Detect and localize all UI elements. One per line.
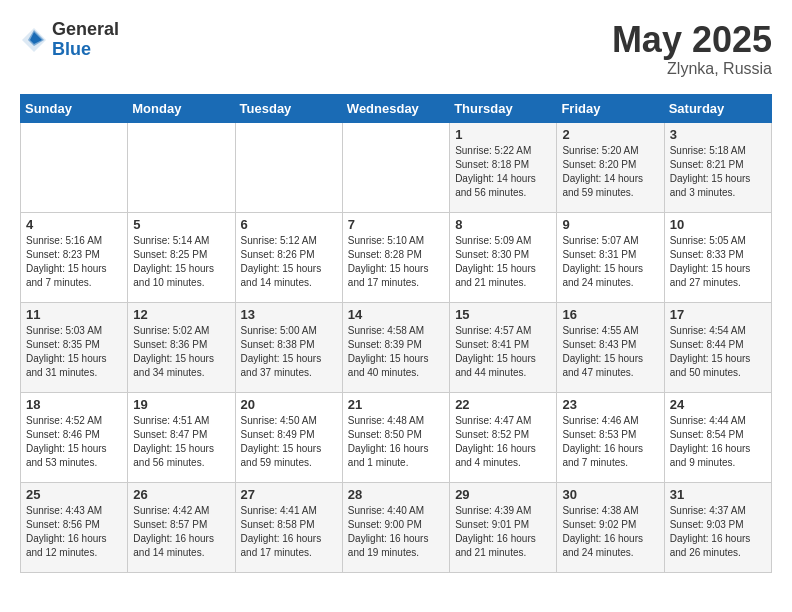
logo: General Blue xyxy=(20,20,119,60)
calendar-cell: 3Sunrise: 5:18 AM Sunset: 8:21 PM Daylig… xyxy=(664,122,771,212)
day-number: 2 xyxy=(562,127,658,142)
calendar-cell: 12Sunrise: 5:02 AM Sunset: 8:36 PM Dayli… xyxy=(128,302,235,392)
day-number: 22 xyxy=(455,397,551,412)
day-info: Sunrise: 5:07 AM Sunset: 8:31 PM Dayligh… xyxy=(562,234,658,290)
logo-icon xyxy=(20,26,48,54)
col-header-wednesday: Wednesday xyxy=(342,94,449,122)
day-number: 30 xyxy=(562,487,658,502)
day-number: 3 xyxy=(670,127,766,142)
calendar-cell xyxy=(21,122,128,212)
day-number: 28 xyxy=(348,487,444,502)
calendar-cell: 18Sunrise: 4:52 AM Sunset: 8:46 PM Dayli… xyxy=(21,392,128,482)
day-number: 8 xyxy=(455,217,551,232)
day-info: Sunrise: 4:46 AM Sunset: 8:53 PM Dayligh… xyxy=(562,414,658,470)
day-number: 29 xyxy=(455,487,551,502)
week-row-2: 4Sunrise: 5:16 AM Sunset: 8:23 PM Daylig… xyxy=(21,212,772,302)
day-info: Sunrise: 4:58 AM Sunset: 8:39 PM Dayligh… xyxy=(348,324,444,380)
day-number: 26 xyxy=(133,487,229,502)
col-header-monday: Monday xyxy=(128,94,235,122)
calendar-cell: 20Sunrise: 4:50 AM Sunset: 8:49 PM Dayli… xyxy=(235,392,342,482)
calendar-cell: 6Sunrise: 5:12 AM Sunset: 8:26 PM Daylig… xyxy=(235,212,342,302)
calendar-cell: 23Sunrise: 4:46 AM Sunset: 8:53 PM Dayli… xyxy=(557,392,664,482)
day-number: 31 xyxy=(670,487,766,502)
day-info: Sunrise: 4:50 AM Sunset: 8:49 PM Dayligh… xyxy=(241,414,337,470)
day-number: 1 xyxy=(455,127,551,142)
calendar-cell: 22Sunrise: 4:47 AM Sunset: 8:52 PM Dayli… xyxy=(450,392,557,482)
week-row-5: 25Sunrise: 4:43 AM Sunset: 8:56 PM Dayli… xyxy=(21,482,772,572)
day-info: Sunrise: 5:16 AM Sunset: 8:23 PM Dayligh… xyxy=(26,234,122,290)
day-number: 14 xyxy=(348,307,444,322)
day-number: 23 xyxy=(562,397,658,412)
day-info: Sunrise: 4:57 AM Sunset: 8:41 PM Dayligh… xyxy=(455,324,551,380)
page-header: General Blue May 2025 Zlynka, Russia xyxy=(20,20,772,78)
calendar-cell: 7Sunrise: 5:10 AM Sunset: 8:28 PM Daylig… xyxy=(342,212,449,302)
col-header-sunday: Sunday xyxy=(21,94,128,122)
day-info: Sunrise: 4:42 AM Sunset: 8:57 PM Dayligh… xyxy=(133,504,229,560)
calendar-cell: 4Sunrise: 5:16 AM Sunset: 8:23 PM Daylig… xyxy=(21,212,128,302)
day-info: Sunrise: 4:41 AM Sunset: 8:58 PM Dayligh… xyxy=(241,504,337,560)
calendar-cell: 16Sunrise: 4:55 AM Sunset: 8:43 PM Dayli… xyxy=(557,302,664,392)
day-info: Sunrise: 5:18 AM Sunset: 8:21 PM Dayligh… xyxy=(670,144,766,200)
day-number: 4 xyxy=(26,217,122,232)
day-info: Sunrise: 5:22 AM Sunset: 8:18 PM Dayligh… xyxy=(455,144,551,200)
week-row-3: 11Sunrise: 5:03 AM Sunset: 8:35 PM Dayli… xyxy=(21,302,772,392)
calendar-cell: 8Sunrise: 5:09 AM Sunset: 8:30 PM Daylig… xyxy=(450,212,557,302)
calendar-cell: 25Sunrise: 4:43 AM Sunset: 8:56 PM Dayli… xyxy=(21,482,128,572)
day-number: 17 xyxy=(670,307,766,322)
calendar-cell: 1Sunrise: 5:22 AM Sunset: 8:18 PM Daylig… xyxy=(450,122,557,212)
calendar-cell: 19Sunrise: 4:51 AM Sunset: 8:47 PM Dayli… xyxy=(128,392,235,482)
day-info: Sunrise: 5:14 AM Sunset: 8:25 PM Dayligh… xyxy=(133,234,229,290)
day-info: Sunrise: 4:43 AM Sunset: 8:56 PM Dayligh… xyxy=(26,504,122,560)
day-number: 12 xyxy=(133,307,229,322)
day-number: 15 xyxy=(455,307,551,322)
calendar-table: SundayMondayTuesdayWednesdayThursdayFrid… xyxy=(20,94,772,573)
day-info: Sunrise: 5:12 AM Sunset: 8:26 PM Dayligh… xyxy=(241,234,337,290)
logo-general: General xyxy=(52,20,119,40)
day-number: 16 xyxy=(562,307,658,322)
calendar-cell: 14Sunrise: 4:58 AM Sunset: 8:39 PM Dayli… xyxy=(342,302,449,392)
day-number: 18 xyxy=(26,397,122,412)
calendar-cell: 31Sunrise: 4:37 AM Sunset: 9:03 PM Dayli… xyxy=(664,482,771,572)
day-number: 27 xyxy=(241,487,337,502)
day-info: Sunrise: 5:00 AM Sunset: 8:38 PM Dayligh… xyxy=(241,324,337,380)
day-info: Sunrise: 4:52 AM Sunset: 8:46 PM Dayligh… xyxy=(26,414,122,470)
calendar-cell: 15Sunrise: 4:57 AM Sunset: 8:41 PM Dayli… xyxy=(450,302,557,392)
col-header-friday: Friday xyxy=(557,94,664,122)
day-number: 6 xyxy=(241,217,337,232)
logo-blue: Blue xyxy=(52,40,119,60)
calendar-cell: 26Sunrise: 4:42 AM Sunset: 8:57 PM Dayli… xyxy=(128,482,235,572)
day-number: 5 xyxy=(133,217,229,232)
month-title: May 2025 xyxy=(612,20,772,60)
day-info: Sunrise: 4:47 AM Sunset: 8:52 PM Dayligh… xyxy=(455,414,551,470)
day-info: Sunrise: 5:05 AM Sunset: 8:33 PM Dayligh… xyxy=(670,234,766,290)
day-number: 19 xyxy=(133,397,229,412)
calendar-cell: 5Sunrise: 5:14 AM Sunset: 8:25 PM Daylig… xyxy=(128,212,235,302)
day-info: Sunrise: 4:37 AM Sunset: 9:03 PM Dayligh… xyxy=(670,504,766,560)
calendar-cell: 9Sunrise: 5:07 AM Sunset: 8:31 PM Daylig… xyxy=(557,212,664,302)
day-info: Sunrise: 5:09 AM Sunset: 8:30 PM Dayligh… xyxy=(455,234,551,290)
calendar-cell: 21Sunrise: 4:48 AM Sunset: 8:50 PM Dayli… xyxy=(342,392,449,482)
calendar-cell: 30Sunrise: 4:38 AM Sunset: 9:02 PM Dayli… xyxy=(557,482,664,572)
day-info: Sunrise: 5:02 AM Sunset: 8:36 PM Dayligh… xyxy=(133,324,229,380)
day-info: Sunrise: 4:54 AM Sunset: 8:44 PM Dayligh… xyxy=(670,324,766,380)
day-number: 25 xyxy=(26,487,122,502)
calendar-cell: 17Sunrise: 4:54 AM Sunset: 8:44 PM Dayli… xyxy=(664,302,771,392)
calendar-cell: 13Sunrise: 5:00 AM Sunset: 8:38 PM Dayli… xyxy=(235,302,342,392)
day-number: 24 xyxy=(670,397,766,412)
col-header-thursday: Thursday xyxy=(450,94,557,122)
calendar-cell xyxy=(342,122,449,212)
title-block: May 2025 Zlynka, Russia xyxy=(612,20,772,78)
day-info: Sunrise: 4:38 AM Sunset: 9:02 PM Dayligh… xyxy=(562,504,658,560)
calendar-cell: 24Sunrise: 4:44 AM Sunset: 8:54 PM Dayli… xyxy=(664,392,771,482)
logo-text: General Blue xyxy=(52,20,119,60)
day-info: Sunrise: 4:40 AM Sunset: 9:00 PM Dayligh… xyxy=(348,504,444,560)
calendar-cell: 27Sunrise: 4:41 AM Sunset: 8:58 PM Dayli… xyxy=(235,482,342,572)
location: Zlynka, Russia xyxy=(612,60,772,78)
day-info: Sunrise: 4:48 AM Sunset: 8:50 PM Dayligh… xyxy=(348,414,444,470)
day-info: Sunrise: 5:03 AM Sunset: 8:35 PM Dayligh… xyxy=(26,324,122,380)
col-header-saturday: Saturday xyxy=(664,94,771,122)
day-number: 20 xyxy=(241,397,337,412)
day-number: 21 xyxy=(348,397,444,412)
day-info: Sunrise: 4:39 AM Sunset: 9:01 PM Dayligh… xyxy=(455,504,551,560)
day-info: Sunrise: 5:10 AM Sunset: 8:28 PM Dayligh… xyxy=(348,234,444,290)
